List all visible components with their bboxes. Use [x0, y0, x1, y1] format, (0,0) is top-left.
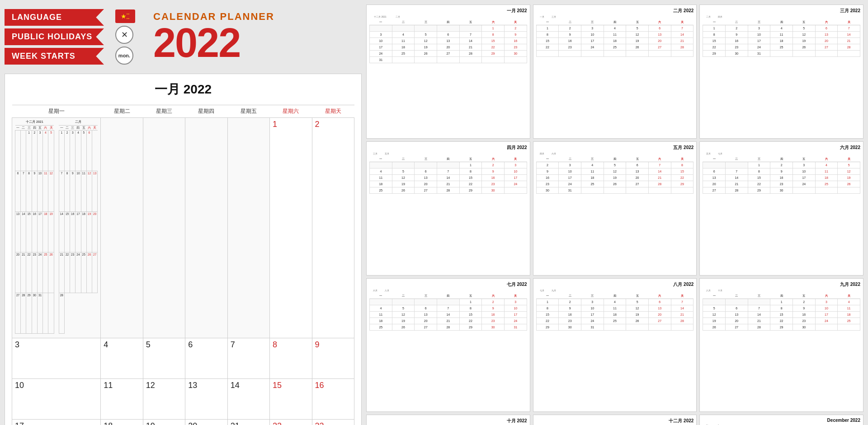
small-cal-jul: 一二三四五六天 123 45678910 11121314151617 1819… [369, 294, 527, 331]
week-ribbon: WEEK STARTS [5, 48, 104, 65]
weekday-wed: 星期三 [143, 105, 185, 118]
cal-cell-7: 7 [227, 338, 269, 379]
cal-cell-12: 12 [143, 379, 185, 420]
flag-icon: ★ •••• [115, 9, 135, 23]
cal-cell-2: 2 [312, 118, 354, 338]
small-month-jun: 六月 2022 五月七月 一二三四五六天 12345 6789101112 13… [699, 141, 863, 276]
weekday-thu: 星期四 [185, 105, 227, 118]
ribbon-icons: ★ •••• ✕ mon. [115, 9, 135, 65]
cal-cell-4: 4 [101, 338, 143, 379]
cal-cell-15: 15 [270, 379, 312, 420]
cal-cell-22: 22 [270, 420, 312, 425]
cal-cell-empty [143, 118, 185, 338]
small-month-jan-title: 一月 2022 [369, 8, 527, 14]
language-ribbon: LANGUAGE [5, 9, 104, 26]
small-month-mar: 三月 2022 二月四月 一二三四五六天 1234567 89101112131… [699, 5, 863, 139]
cal-cell-18: 18 [101, 420, 143, 425]
small-cal-apr: 一二三四五六天 123 45678910 11121314151617 1819… [369, 157, 527, 194]
small-cal-aug: 一二三四五六天 1234567 891011121314 15161718192… [536, 294, 694, 331]
prev-mini-apr: 三月五月 [369, 152, 527, 155]
prev-mini-feb: 一月三月 [536, 15, 694, 18]
small-month-jul: 七月 2022 六月八月 一二三四五六天 123 45678910 111213… [366, 278, 530, 412]
small-month-jun-title: 六月 2022 [703, 145, 860, 151]
prev-mini-mar: 二月四月 [703, 15, 860, 18]
cal-cell-16: 16 [312, 379, 354, 420]
weekday-fri: 星期五 [227, 105, 269, 118]
year-title: 2022 [153, 23, 240, 63]
main-calendar-grid: 星期一 星期二 星期三 星期四 星期五 星期六 星期天 十二月 2021 [12, 105, 354, 425]
small-month-dec-title: December 2022 [703, 418, 860, 423]
small-month-apr-title: 四月 2022 [369, 145, 527, 151]
prev-mini-jun: 五月七月 [703, 152, 860, 155]
small-month-nov: 十二月 2022 十一月一月 一二三四五六天 12345 6789101112 … [533, 415, 697, 425]
prev-mini-may: 四月六月 [536, 152, 694, 155]
main-calendar: 一月 2022 星期一 星期二 星期三 星期四 星期五 星期六 星期天 [5, 74, 362, 425]
prev-mini-sep: 八月十月 [703, 289, 860, 292]
cal-cell-empty [227, 118, 269, 338]
right-panel: 一月 2022 十二月 2021二月 一二三四五六天 12 3456789 10… [366, 5, 863, 425]
cal-cell-6: 6 [185, 338, 227, 379]
small-cal-feb: 一二三四五六天 1234567 891011121314 15161718192… [536, 20, 694, 57]
small-month-dec: December 2022 NovJan MonTueWedThuFriSatS… [699, 415, 863, 425]
cal-cell-9: 9 [312, 338, 354, 379]
small-month-may: 五月 2022 四月六月 一二三四五六天 2345678 91011121314… [533, 141, 697, 276]
prev-mini-jan: 十二月 2021二月 [369, 15, 527, 18]
prev-mini-aug: 七月九月 [536, 289, 694, 292]
weekday-sat: 星期六 [270, 105, 312, 118]
header-section: LANGUAGE PUBLIC HOLIDAYS WEEK STARTS ★ •… [5, 5, 362, 69]
holidays-ribbon: PUBLIC HOLIDAYS [5, 28, 104, 45]
ribbon-labels: LANGUAGE PUBLIC HOLIDAYS WEEK STARTS [5, 9, 104, 65]
title-section: CALENDAR PLANNER 2022 [153, 11, 274, 63]
weekday-tue: 星期二 [101, 105, 143, 118]
small-month-jul-title: 七月 2022 [369, 281, 527, 288]
small-month-may-title: 五月 2022 [536, 145, 694, 151]
table-row: 十二月 2021 一二三四五六天 12345 6789101112 131415… [12, 118, 354, 338]
cal-cell-empty [101, 118, 143, 338]
cal-cell-14: 14 [227, 379, 269, 420]
small-month-nov-title: 十二月 2022 [536, 418, 694, 424]
small-month-mar-title: 三月 2022 [703, 8, 860, 14]
cal-cell-1: 1 [270, 118, 312, 338]
small-month-feb: 二月 2022 一月三月 一二三四五六天 1234567 89101112131… [533, 5, 697, 139]
cal-cell-17: 17 [12, 420, 101, 425]
cal-cell-21: 21 [227, 420, 269, 425]
cal-cell-10: 10 [12, 379, 101, 420]
small-cal-jan: 一二三四五六天 12 3456789 10111213141516 171819… [369, 20, 527, 63]
table-row: 10 11 12 13 14 15 16 [12, 379, 354, 420]
cal-cell-3: 3 [12, 338, 101, 379]
cal-cell-11: 11 [101, 379, 143, 420]
cal-cell-19: 19 [143, 420, 185, 425]
small-cal-sep: 一二三四五六天 1234 567891011 12131415161718 19… [703, 294, 860, 331]
small-month-jan: 一月 2022 十二月 2021二月 一二三四五六天 12 3456789 10… [366, 5, 530, 139]
cal-cell-23: 23 [312, 420, 354, 425]
x-icon: ✕ [115, 26, 133, 44]
small-month-sep-title: 九月 2022 [703, 281, 860, 288]
table-row: 3 4 5 6 7 8 9 [12, 338, 354, 379]
mon-icon: mon. [115, 47, 133, 65]
cal-cell-empty: 十二月 2021 一二三四五六天 12345 6789101112 131415… [12, 118, 101, 338]
table-row: 17 18 19 20 21 22 23 [12, 420, 354, 425]
small-month-aug: 八月 2022 七月九月 一二三四五六天 1234567 89101112131… [533, 278, 697, 412]
left-panel: LANGUAGE PUBLIC HOLIDAYS WEEK STARTS ★ •… [5, 5, 362, 425]
small-cal-mar: 一二三四五六天 1234567 891011121314 15161718192… [703, 20, 860, 57]
cal-cell-20: 20 [185, 420, 227, 425]
small-month-oct-title: 十月 2022 [369, 418, 527, 424]
small-month-oct: 十月 2022 九月十一月 一二三四五六天 12 3456789 1011121… [366, 415, 530, 425]
small-month-feb-title: 二月 2022 [536, 8, 694, 14]
cal-cell-13: 13 [185, 379, 227, 420]
small-month-sep: 九月 2022 八月十月 一二三四五六天 1234 567891011 1213… [699, 278, 863, 412]
main-month-title: 一月 2022 [12, 81, 354, 98]
cal-cell-5: 5 [143, 338, 185, 379]
small-month-aug-title: 八月 2022 [536, 281, 694, 288]
cal-cell-empty [185, 118, 227, 338]
weekday-sun: 星期天 [312, 105, 354, 118]
weekday-mon: 星期一 [12, 105, 101, 118]
small-cal-jun: 一二三四五六天 12345 6789101112 13141516171819 … [703, 157, 860, 194]
prev-mini-jul: 六月八月 [369, 289, 527, 292]
small-cal-may: 一二三四五六天 2345678 9101112131415 1617181920… [536, 157, 694, 194]
small-month-apr: 四月 2022 三月五月 一二三四五六天 123 45678910 111213… [366, 141, 530, 276]
cal-cell-8: 8 [270, 338, 312, 379]
